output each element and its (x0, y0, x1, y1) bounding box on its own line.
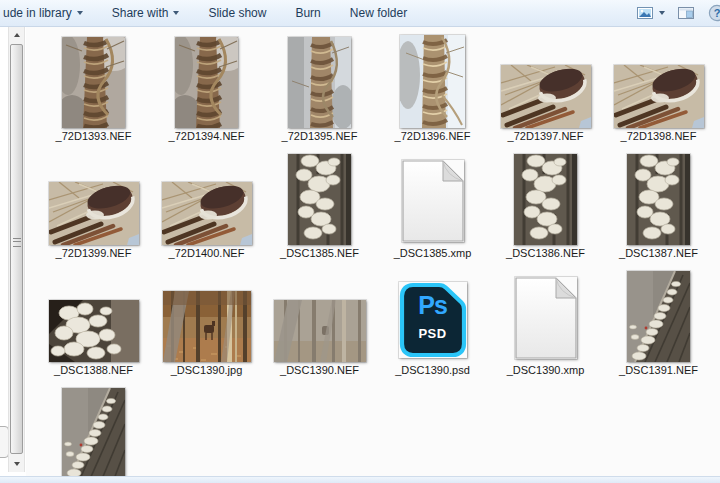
scrollbar-up-button[interactable] (9, 27, 24, 43)
file-item[interactable]: Ps PSD _DSC1390.jpg (150, 267, 263, 384)
file-thumbnail-zone: Ps PSD (37, 267, 150, 362)
file-thumbnail (62, 388, 125, 476)
scrollbar-thumb[interactable] (10, 44, 23, 454)
arrow-up-icon (14, 33, 20, 37)
file-name: _72D1394.NEF (150, 130, 263, 142)
command-toolbar: ude in library Share with Slide show Bur… (0, 0, 720, 27)
file-thumbnail (515, 277, 577, 359)
file-item[interactable]: Ps PSD _72D1396.NEF (376, 33, 489, 150)
file-item[interactable]: Ps PSD _72D1393.NEF (37, 33, 150, 150)
file-thumbnail-zone: Ps PSD (489, 267, 602, 362)
svg-text:?: ? (714, 7, 720, 19)
toolbar-item-label: ude in library (3, 6, 72, 20)
toolbar-new-folder-button[interactable]: New folder (347, 4, 410, 22)
file-thumbnail-zone: Ps PSD (263, 33, 376, 128)
file-list-view[interactable]: Ps PSD _72D1393.NEF Ps PSD _72D1394.NEF … (26, 27, 720, 476)
file-item[interactable]: Ps PSD _DSC1390.xmp (489, 267, 602, 384)
file-thumbnail-zone: Ps PSD (489, 33, 602, 128)
file-name: _72D1395.NEF (263, 130, 376, 142)
file-thumbnail (399, 282, 467, 358)
toolbar-item-label: Burn (295, 6, 320, 20)
file-name: _DSC1386.NEF (489, 247, 602, 259)
dropdown-arrow-icon (659, 11, 665, 15)
vertical-scrollbar[interactable] (8, 27, 25, 472)
scrollbar-grip-icon (13, 238, 21, 247)
file-thumbnail-zone: Ps PSD (602, 33, 715, 128)
file-thumbnail-zone: Ps PSD (150, 150, 263, 245)
file-name: _DSC1385.xmp (376, 247, 489, 259)
toolbar-item-label: Share with (112, 6, 169, 20)
file-item[interactable]: Ps PSD _DSC1390.psd (376, 267, 489, 384)
file-item[interactable]: Ps PSD _72D1395.NEF (263, 33, 376, 150)
preview-pane-button[interactable] (678, 5, 695, 21)
file-name: _72D1398.NEF (602, 130, 715, 142)
file-item[interactable]: Ps PSD _DSC1387.NEF (602, 150, 715, 267)
toolbar-item-label: Slide show (208, 6, 266, 20)
question-mark-icon: ? (708, 4, 720, 22)
file-thumbnail-zone: Ps PSD (37, 384, 150, 476)
file-name: _72D1396.NEF (376, 130, 489, 142)
file-item[interactable]: Ps PSD _DSC1391.NEF (602, 267, 715, 384)
toolbar-left-group: ude in library Share with Slide show Bur… (0, 4, 410, 22)
file-name: _DSC1390.jpg (150, 364, 263, 376)
file-thumbnail-zone: Ps PSD (376, 150, 489, 245)
file-name: _DSC1390.xmp (489, 364, 602, 376)
file-item[interactable]: Ps PSD _72D1398.NEF (602, 33, 715, 150)
file-thumbnail-zone: Ps PSD (602, 150, 715, 245)
file-name: _DSC1388.NEF (37, 364, 150, 376)
picture-thumbnail-icon (637, 5, 654, 21)
file-item[interactable]: Ps PSD _DSC1386.NEF (489, 150, 602, 267)
toolbar-slide-show-button[interactable]: Slide show (205, 4, 269, 22)
file-item[interactable]: Ps PSD _DSC1385.NEF (263, 150, 376, 267)
toolbar-right-group: ? (637, 0, 720, 26)
file-thumbnail (627, 271, 690, 362)
file-thumbnail-zone: Ps PSD (37, 33, 150, 128)
file-thumbnail (288, 154, 351, 245)
file-name: _DSC1391.NEF (602, 364, 715, 376)
file-thumbnail (163, 291, 251, 362)
toolbar-item-label: New folder (350, 6, 407, 20)
file-thumbnail (288, 37, 351, 128)
file-name: _DSC1390.psd (376, 364, 489, 376)
file-item[interactable]: Ps PSD _DSC1385.xmp (376, 150, 489, 267)
file-thumbnail-zone: Ps PSD (37, 150, 150, 245)
file-thumbnail (175, 37, 238, 128)
file-name: _DSC1385.NEF (263, 247, 376, 259)
file-item[interactable]: Ps PSD (37, 384, 150, 476)
preview-pane-icon (678, 5, 695, 21)
file-thumbnail (627, 154, 690, 245)
file-thumbnail-zone: Ps PSD (376, 33, 489, 128)
toolbar-include-in-library-button[interactable]: ude in library (0, 4, 86, 22)
toolbar-share-with-button[interactable]: Share with (109, 4, 183, 22)
file-thumbnail (402, 160, 464, 242)
toolbar-burn-button[interactable]: Burn (292, 4, 323, 22)
file-thumbnail (274, 300, 366, 362)
dropdown-arrow-icon (77, 11, 83, 15)
file-thumbnail-zone: Ps PSD (263, 267, 376, 362)
file-item[interactable]: Ps PSD _72D1399.NEF (37, 150, 150, 267)
help-button[interactable]: ? (708, 4, 720, 22)
file-item[interactable]: Ps PSD _DSC1388.NEF (37, 267, 150, 384)
file-name: _DSC1387.NEF (602, 247, 715, 259)
file-item[interactable]: Ps PSD _72D1397.NEF (489, 33, 602, 150)
file-name: _72D1397.NEF (489, 130, 602, 142)
file-item[interactable]: Ps PSD _72D1400.NEF (150, 150, 263, 267)
file-thumbnail (501, 65, 591, 128)
file-thumbnail-zone: Ps PSD (150, 33, 263, 128)
scrollbar-down-button[interactable] (9, 456, 24, 472)
dropdown-arrow-icon (173, 11, 179, 15)
file-item[interactable]: Ps PSD _72D1394.NEF (150, 33, 263, 150)
file-name: _72D1399.NEF (37, 247, 150, 259)
file-item[interactable]: Ps PSD _DSC1390.NEF (263, 267, 376, 384)
file-thumbnail-zone: Ps PSD (602, 267, 715, 362)
file-thumbnail (400, 35, 465, 128)
file-thumbnail-zone: Ps PSD (150, 267, 263, 362)
details-pane-edge (0, 476, 720, 483)
arrow-down-icon (14, 462, 20, 466)
file-thumbnail (49, 300, 139, 362)
change-view-button[interactable] (637, 5, 665, 21)
file-name: _DSC1390.NEF (263, 364, 376, 376)
file-name: _72D1400.NEF (150, 247, 263, 259)
file-thumbnail (162, 182, 252, 245)
navigation-pane-edge (0, 27, 8, 476)
